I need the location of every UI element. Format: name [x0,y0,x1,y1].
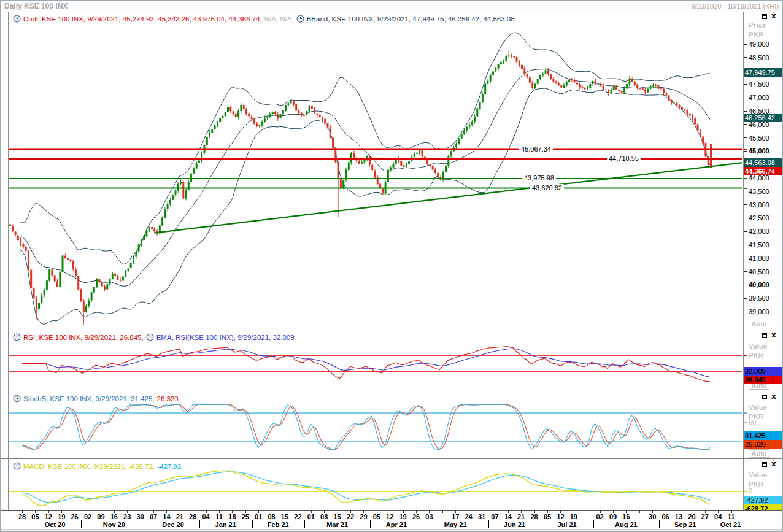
price-tick-label: 40,500 [749,268,770,276]
day-tick-label: 02 [596,513,603,520]
title-bar: Daily KSE 100 INX 9/23/2020 - 10/18/2021… [1,1,782,12]
axis-value-box: 31.425 [744,431,783,440]
day-tick-label: 24 [465,513,472,520]
axis-value-box: -427.92 [744,496,783,504]
day-tick-label: 02 [84,513,91,520]
cndl-legend-na: N/A, N/A, [264,15,294,23]
month-label: Jan 21 [215,521,236,528]
day-tick-label: 12 [386,513,393,520]
day-tick-label: 30 [136,513,144,520]
price-tick-label: 42,000 [749,228,770,235]
month-label: Jul 21 [558,521,577,528]
price-tick-label: 45,500 [749,134,770,142]
macd-panel-controls: x [762,461,776,467]
day-tick-label: 18 [228,513,236,520]
close-icon[interactable]: x [771,13,776,19]
month-separator [659,520,660,528]
stoch-gray-tick-mark [744,422,747,423]
week-tick-mark [639,511,640,513]
day-tick-label: 26 [71,513,78,520]
price-tick-mark [744,258,747,258]
close-icon[interactable]: x [771,394,776,399]
stoch-axis-header: ValuePKR [749,403,767,422]
macd-legend: MACD, KSE 100 INX, 9/29/2021, -628.72, -… [13,462,181,470]
rsi-axis-header: ValuePKR [749,342,767,360]
price-tick-label: 43,500 [749,188,770,195]
month-separator [593,520,594,528]
maximize-icon[interactable] [762,14,767,19]
macd-panel-divider [1,458,783,459]
price-tick-label: 39,500 [749,295,770,302]
day-tick-label: 21 [517,513,525,520]
collapse-indicator-icon[interactable] [13,333,21,341]
axis-value-box: 46,256.42 [744,114,783,122]
month-label: Oct 21 [720,521,741,528]
day-tick-label: 06 [662,513,669,520]
day-tick-label: 22 [347,513,354,520]
month-label: May 21 [444,521,467,528]
rsi-level-axis-mark [744,355,747,356]
month-label: Aug 21 [615,521,638,528]
collapse-indicator-icon[interactable] [296,15,304,23]
month-separator [488,520,489,528]
axis-value-box: 44,366.74 [744,167,783,175]
month-separator [423,520,423,528]
close-icon[interactable]: x [771,461,776,467]
sr-line-label: 44,710.55 [607,155,641,163]
price-tick-mark [744,245,747,245]
day-tick-label: 19 [399,513,406,520]
day-tick-label: 05 [31,513,39,520]
month-separator [81,520,82,528]
maximize-icon[interactable] [762,333,767,338]
macd-signal-legend-text: -427.92 [157,463,181,470]
chart-window: Daily KSE 100 INX 9/23/2020 - 10/18/2021… [0,0,783,532]
bband-legend-text: BBand, KSE 100 INX, 9/29/2021, 47,949.75… [307,15,515,23]
price-axis-auto-button[interactable]: Auto [749,320,770,328]
stoch-level-axis-mark [744,412,747,414]
collapse-indicator-icon[interactable] [13,462,21,470]
date-range: 9/23/2020 - 10/18/2021 (KHI) [692,2,779,10]
price-tick-mark [744,191,747,191]
cndl-legend-text: Cndl, KSE 100 INX, 9/29/2021, 45,274.93,… [23,15,262,23]
day-tick-label: 14 [163,513,170,520]
day-tick-label: 05 [373,513,380,520]
maximize-icon[interactable] [762,395,767,399]
month-separator [29,520,29,528]
price-tick-mark [744,204,747,205]
day-tick-label: 08 [320,513,328,520]
price-panel-controls: x [762,13,776,19]
price-tick-mark [744,218,747,218]
month-label: Apr 21 [386,521,407,528]
stoch-legend-text: StochS, KSE 100 INX, 9/29/2021, 31.425, [23,395,155,403]
price-tick-mark [744,98,747,98]
collapse-indicator-icon[interactable] [13,15,21,23]
rsi-legend: RSI, KSE 100 INX, 9/29/2021, 26.845, EMA… [13,333,295,341]
price-tick-mark [744,111,747,112]
week-tick-mark [587,511,587,513]
day-tick-label: 09 [97,513,104,520]
collapse-indicator-icon[interactable] [13,395,21,403]
day-tick-label: 12 [45,513,52,520]
rsi-panel-controls: x [762,333,776,338]
day-tick-label: 11 [728,513,735,520]
axis-value-box: 26.845 [744,376,783,384]
day-tick-label: 31 [478,513,485,520]
rsi-legend-text: RSI, KSE 100 INX, 9/29/2021, 26.845, [23,334,144,341]
price-tick-label: 46,000 [749,121,770,128]
price-tick-mark [744,57,747,58]
close-icon[interactable]: x [771,333,776,338]
day-tick-label: 27 [701,513,709,520]
stoch-axis-auto-button[interactable]: Auto [749,449,770,458]
price-tick-label: 41,000 [749,255,770,262]
day-tick-label: 15 [333,513,341,520]
collapse-indicator-icon[interactable] [146,333,154,341]
maximize-icon[interactable] [762,462,767,467]
day-tick-label: 21 [176,513,183,520]
price-tick-mark [744,124,747,125]
day-tick-label: 07 [150,513,157,520]
sr-line-label: 45,067.34 [519,145,553,153]
month-separator [370,520,371,528]
rsi-ema-legend-text: EMA, RSI(KSE 100 INX), 9/29/2021, 32.009 [156,334,295,341]
time-axis: 2805121926020916233007142128041118250108… [1,510,783,529]
day-tick-label: 05 [544,513,551,520]
